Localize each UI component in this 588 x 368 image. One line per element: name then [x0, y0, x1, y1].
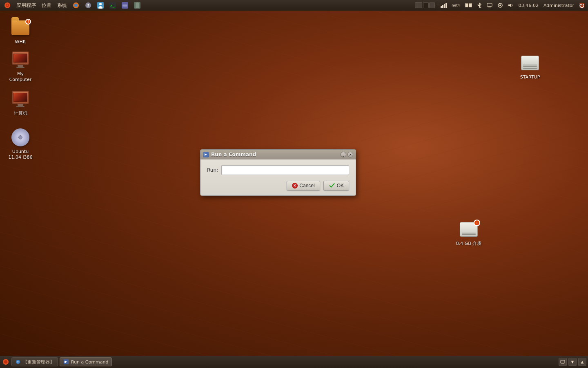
panel-apps-menu[interactable]: 应用程序: [14, 1, 38, 10]
panel-separator: --: [436, 3, 439, 8]
desktop-icon-my-computer[interactable]: My Computer: [4, 48, 37, 85]
workspace-indicator: [415, 2, 422, 8]
taskbar: ↑ 【更新管理器】 Run a Command ▼ ▲: [0, 356, 588, 368]
svg-text:?: ?: [87, 3, 89, 8]
svg-point-2: [7, 4, 8, 6]
storage-label: 8.4 GB 介质: [456, 241, 482, 247]
display-icon[interactable]: [485, 2, 494, 9]
panel-app-logo[interactable]: [2, 1, 13, 9]
dialog-titlebar[interactable]: Run a Command _ ×: [200, 150, 356, 159]
dialog-cancel-button[interactable]: ✕ Cancel: [287, 181, 320, 191]
ok-label: OK: [337, 183, 344, 188]
desktop-icon-startup[interactable]: STARTUP: [514, 52, 546, 82]
panel-left: 应用程序 位置 系统 ?: [2, 1, 415, 10]
ubuntu-cd-label: Ubuntu 11.04 i386: [6, 149, 35, 161]
computer-cn-label: 计算机: [14, 110, 27, 116]
panel-help-icon[interactable]: ?: [82, 1, 94, 9]
svg-rect-31: [561, 363, 564, 364]
dialog-run-row: Run:: [207, 165, 349, 175]
dialog-title-text: Run a Command: [211, 152, 338, 157]
volume-icon[interactable]: [506, 2, 515, 9]
workspace-switcher[interactable]: --: [415, 2, 439, 8]
svg-rect-15: [487, 3, 492, 7]
network-signal-icon[interactable]: [439, 2, 448, 9]
my-computer-icon-img: [11, 50, 30, 70]
panel-system-menu[interactable]: 系统: [55, 1, 69, 10]
desktop-icon-computer-cn[interactable]: 计算机: [4, 88, 37, 118]
panel-places-menu[interactable]: 位置: [39, 1, 54, 10]
svg-rect-30: [561, 360, 565, 363]
desktop-icon-whr[interactable]: ! WHR: [4, 16, 37, 47]
my-computer-label: My Computer: [6, 71, 35, 83]
settings-icon[interactable]: [496, 2, 505, 9]
power-icon[interactable]: [577, 2, 586, 9]
svg-text:>_: >_: [110, 4, 115, 8]
svg-point-18: [499, 4, 501, 6]
dialog-ok-button[interactable]: OK: [323, 181, 349, 191]
panel-network-icon[interactable]: [119, 1, 131, 9]
dialog-control-buttons: _ ×: [341, 152, 353, 157]
svg-rect-16: [488, 7, 491, 7]
svg-marker-19: [508, 3, 511, 7]
run-command-dialog: Run a Command _ × Run: ✕: [200, 149, 356, 196]
taskbar-show-desktop[interactable]: [559, 358, 567, 366]
desktop-icon-storage[interactable]: + 8.4 GB 介质: [452, 218, 485, 248]
computer-cn-icon-img: [11, 89, 30, 109]
user-name[interactable]: Administrator: [542, 2, 576, 9]
dialog-title-icon: [203, 152, 209, 157]
panel-phone-icon[interactable]: [131, 1, 143, 9]
battery-icon[interactable]: [463, 2, 474, 8]
clock[interactable]: 03:46:02: [517, 2, 540, 9]
panel-right: net4: [439, 2, 586, 9]
dialog-run-input[interactable]: [221, 165, 349, 175]
whr-label: WHR: [15, 39, 26, 45]
dialog-buttons: ✕ Cancel OK: [207, 181, 349, 191]
cancel-icon: ✕: [292, 183, 298, 188]
top-panel: 应用程序 位置 系统 ?: [0, 0, 588, 11]
dialog-minimize-button[interactable]: _: [341, 152, 346, 157]
cancel-label: Cancel: [299, 183, 314, 188]
taskbar-item-run-command[interactable]: Run a Command: [60, 357, 112, 366]
svg-marker-23: [329, 183, 335, 188]
taskbar-btn-3[interactable]: ▲: [578, 358, 586, 366]
svg-point-8: [99, 3, 102, 5]
update-manager-icon: ↑: [15, 359, 21, 365]
run-command-taskbar-label: Run a Command: [71, 359, 108, 365]
dialog-body: Run: ✕ Cancel OK: [200, 159, 356, 195]
dialog-window: Run a Command _ × Run: ✕: [200, 149, 356, 196]
svg-point-4: [74, 4, 78, 7]
startup-label: STARTUP: [520, 74, 540, 80]
taskbar-right: ▼ ▲: [559, 358, 586, 366]
desktop: 应用程序 位置 系统 ?: [0, 0, 588, 368]
desktop-icon-ubuntu-cd[interactable]: Ubuntu 11.04 i386: [4, 126, 37, 162]
taskbar-start-button[interactable]: [2, 358, 10, 366]
update-manager-label: 【更新管理器】: [23, 359, 54, 365]
panel-center: --: [415, 2, 439, 8]
dialog-close-button[interactable]: ×: [347, 152, 353, 157]
dialog-run-label: Run:: [207, 167, 218, 173]
svg-text:↑: ↑: [17, 361, 19, 364]
panel-users-icon[interactable]: [95, 1, 106, 9]
panel-firefox-icon[interactable]: [70, 1, 82, 9]
run-command-taskbar-icon: [63, 359, 69, 365]
battery-display: [423, 2, 435, 8]
svg-rect-13: [122, 4, 127, 7]
taskbar-item-update-manager[interactable]: ↑ 【更新管理器】: [11, 357, 58, 366]
taskbar-btn-2[interactable]: ▼: [568, 358, 577, 366]
svg-point-25: [4, 360, 7, 364]
panel-terminal-icon[interactable]: >_: [107, 1, 118, 9]
bluetooth-icon[interactable]: [475, 2, 483, 9]
ok-icon: [329, 183, 335, 188]
network-type-label: net4: [450, 2, 462, 8]
